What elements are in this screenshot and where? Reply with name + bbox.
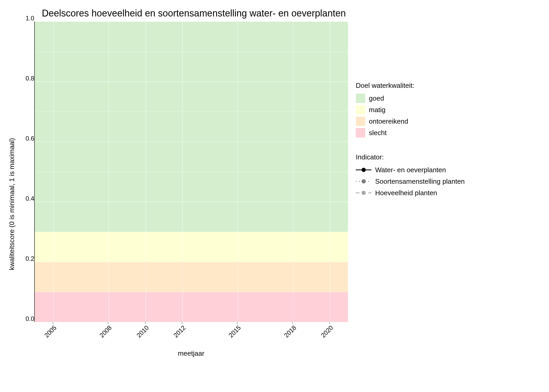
gridline-h-minor (35, 112, 348, 112)
gridline-h-minor (35, 51, 348, 52)
legend-swatch (356, 117, 365, 126)
legend-band-item: matig (356, 105, 465, 114)
gridline-h-minor (35, 292, 348, 292)
legend-band-label: goed (369, 94, 384, 102)
legend-swatch (356, 94, 365, 103)
legend-bands-section: Doel waterkwaliteit: goedmatigontoereike… (356, 82, 465, 137)
x-tick-mark (145, 322, 145, 324)
y-axis-ticks: 1.00.80.60.40.20.0 (19, 21, 34, 322)
x-tick: 2020 (320, 324, 335, 339)
gridline-v (146, 21, 146, 321)
gridline-h (35, 202, 348, 202)
gridline-v (108, 21, 109, 321)
gridline-h (35, 262, 348, 262)
chart-title: Deelscores hoeveelheid en soortensamenst… (42, 8, 544, 19)
x-tick: 2012 (172, 324, 187, 339)
legend-series-item: Soortensamenstelling planten (356, 177, 465, 186)
legend-swatch (356, 128, 365, 137)
x-tick-mark (329, 322, 330, 324)
gridline-h (35, 82, 348, 82)
legend-band-label: slecht (369, 129, 387, 137)
quality-band-matig (35, 232, 348, 262)
legend-bands-title: Doel waterkwaliteit: (356, 82, 465, 90)
svg-point-1 (362, 168, 366, 172)
legend-series-label: Hoeveelheid planten (375, 189, 437, 197)
legend-series-section: Indicator: Water- en oeverplantenSoorten… (356, 153, 465, 198)
gridline-h (35, 142, 348, 142)
legend-series-label: Water- en oeverplanten (375, 166, 446, 174)
gridline-v (53, 21, 54, 321)
legend-series-item: Hoeveelheid planten (356, 188, 465, 198)
legend-line-swatch (356, 165, 371, 175)
chart-main: kwaliteitscore (0 is minimaal, 1 is maxi… (5, 21, 544, 387)
svg-point-5 (362, 191, 366, 195)
gridline-h-minor (35, 232, 348, 232)
quality-band-ontoereikend (35, 262, 348, 292)
legend-line-swatch (356, 177, 371, 186)
x-tick: 2008 (98, 324, 113, 339)
legend-series-items: Water- en oeverplantenSoortensamenstelli… (356, 165, 465, 198)
legend-line-swatch (356, 188, 371, 198)
gridline-h (35, 21, 348, 22)
legend-band-item: goed (356, 94, 465, 103)
legend-series-label: Soortensamenstelling planten (375, 177, 465, 186)
x-tick-mark (108, 322, 108, 324)
x-axis-ticks: 2005200820102012201520182020 (34, 322, 348, 340)
gridline-h-minor (35, 172, 348, 172)
plot-area (34, 21, 348, 322)
x-tick: 2005 (43, 324, 58, 339)
x-tick-mark (293, 322, 293, 324)
x-tick-mark (53, 322, 53, 324)
legend-bands-items: goedmatigontoereikendslecht (356, 94, 465, 137)
y-axis-label: kwaliteitscore (0 is minimaal, 1 is maxi… (5, 138, 19, 270)
legend-series-title: Indicator: (356, 153, 465, 161)
legend-series-item: Water- en oeverplanten (356, 165, 465, 175)
legend-swatch (356, 105, 365, 114)
legend-band-item: ontoereikend (356, 117, 465, 126)
legend-band-label: ontoereikend (369, 117, 408, 125)
legend: Doel waterkwaliteit: goedmatigontoereike… (356, 21, 465, 387)
x-axis-label: meetjaar (34, 349, 348, 358)
x-tick-mark (182, 322, 182, 324)
legend-band-item: slecht (356, 128, 465, 137)
x-tick: 2018 (283, 324, 298, 339)
gridline-v (293, 21, 293, 321)
x-tick: 2015 (227, 324, 243, 339)
svg-point-3 (362, 179, 366, 183)
chart-container: Deelscores hoeveelheid en soortensamenst… (5, 5, 544, 387)
gridline-v (330, 21, 330, 321)
x-tick: 2010 (135, 324, 150, 339)
x-tick-mark (237, 322, 237, 324)
legend-band-label: matig (369, 106, 386, 114)
quality-band-slecht (35, 292, 348, 322)
gridline-v (182, 21, 183, 321)
gridline-v (238, 21, 238, 321)
quality-band-goed (35, 21, 348, 232)
plot-wrap: kwaliteitscore (0 is minimaal, 1 is maxi… (5, 21, 348, 387)
